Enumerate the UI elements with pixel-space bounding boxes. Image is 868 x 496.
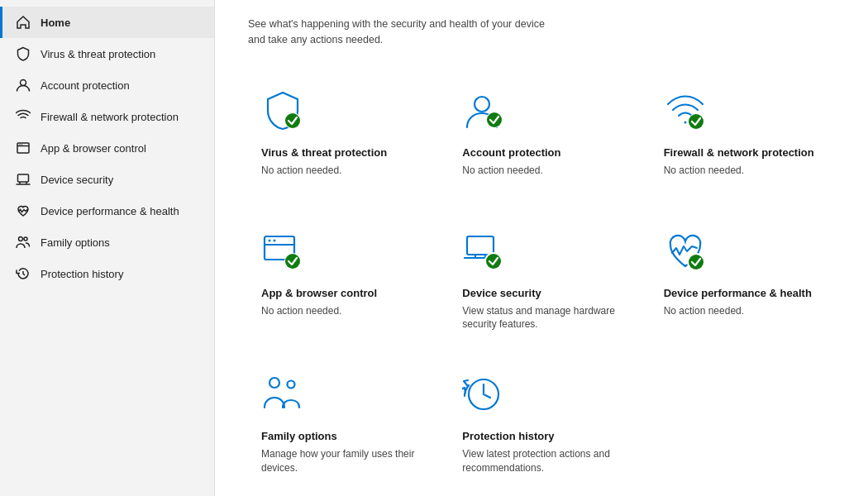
svg-point-10 [475,97,489,112]
sidebar-label-family: Family options [41,236,110,249]
card-title-firewall: Firewall & network protection [664,145,822,160]
card-status-history: View latest protection actions and recom… [462,447,620,475]
svg-point-0 [21,80,26,86]
svg-rect-5 [18,174,29,182]
sidebar-label-account: Account protection [41,79,130,92]
sidebar-label-device-perf: Device performance & health [41,205,179,217]
card-virus[interactable]: Virus & threat protection No action need… [248,73,432,205]
sidebar-item-firewall[interactable]: Firewall & network protection [0,101,214,132]
sidebar-item-app[interactable]: App & browser control [0,132,214,164]
card-status-virus: No action needed. [261,164,419,178]
card-icon-device-security [462,230,508,276]
card-icon-virus [261,89,308,136]
sidebar-label-history: Protection history [41,268,123,280]
wifi-icon [16,109,31,124]
heart-icon [16,203,31,218]
card-title-history: Protection history [462,429,620,444]
card-title-account: Account protection [462,145,620,160]
card-icon-history [462,373,508,419]
cards-grid: Virus & threat protection No action need… [248,73,835,493]
sidebar-item-family[interactable]: Family options [0,227,214,258]
svg-point-6 [19,237,23,241]
card-title-virus: Virus & threat protection [261,145,419,160]
svg-point-26 [269,378,279,388]
app-icon [16,141,31,155]
laptop-icon [16,172,31,187]
main-content: See what's happening with the security a… [215,0,868,496]
sidebar-label-firewall: Firewall & network protection [41,111,179,123]
card-device-security[interactable]: Device security View status and manage h… [449,213,633,349]
card-status-device-perf: No action needed. [664,304,822,318]
sidebar-label-device-security: Device security [41,174,113,186]
history-icon [16,266,31,281]
family-icon [16,235,31,250]
svg-point-9 [285,113,300,128]
sidebar: Home Virus & threat protection Account p… [0,0,215,496]
home-icon [16,15,31,30]
card-icon-app [261,230,308,276]
card-title-device-security: Device security [462,286,620,301]
card-family[interactable]: Family options Manage how your family us… [248,356,432,492]
person-icon [16,78,31,93]
card-icon-family [261,373,308,419]
sidebar-item-device-perf[interactable]: Device performance & health [0,195,214,227]
card-status-device-security: View status and manage hardware security… [462,304,620,332]
sidebar-item-home[interactable]: Home [0,7,214,38]
svg-rect-21 [467,236,494,255]
card-icon-device-perf [664,230,710,276]
svg-point-7 [24,237,27,241]
card-icon-account [462,89,508,136]
sidebar-item-account[interactable]: Account protection [0,69,214,101]
svg-point-27 [288,381,295,389]
svg-point-14 [689,114,703,129]
svg-point-23 [486,254,501,269]
card-firewall[interactable]: Firewall & network protection No action … [651,73,835,205]
card-account[interactable]: Account protection No action needed. [449,73,633,205]
card-status-firewall: No action needed. [664,164,822,178]
card-title-app: App & browser control [261,286,419,301]
svg-point-12 [487,112,502,127]
card-device-perf[interactable]: Device performance & health No action ne… [651,213,835,349]
sidebar-label-app: App & browser control [41,142,146,155]
svg-rect-1 [17,143,29,153]
card-status-app: No action needed. [261,304,419,318]
card-history[interactable]: Protection history View latest protectio… [449,356,633,492]
svg-point-25 [689,255,703,269]
card-icon-firewall [664,89,710,136]
sidebar-item-device-security[interactable]: Device security [0,164,214,195]
card-app[interactable]: App & browser control No action needed. [248,213,432,349]
card-title-device-perf: Device performance & health [664,286,822,301]
card-status-account: No action needed. [462,164,620,178]
sidebar-label-home: Home [41,17,70,29]
svg-point-20 [285,254,300,269]
page-subtitle: See what's happening with the security a… [248,17,835,48]
shield-icon [16,46,31,61]
sidebar-item-history[interactable]: Protection history [0,258,214,289]
card-title-family: Family options [261,429,419,444]
sidebar-label-virus: Virus & threat protection [41,48,155,60]
card-status-family: Manage how your family uses their device… [261,447,419,475]
sidebar-item-virus[interactable]: Virus & threat protection [0,38,214,69]
